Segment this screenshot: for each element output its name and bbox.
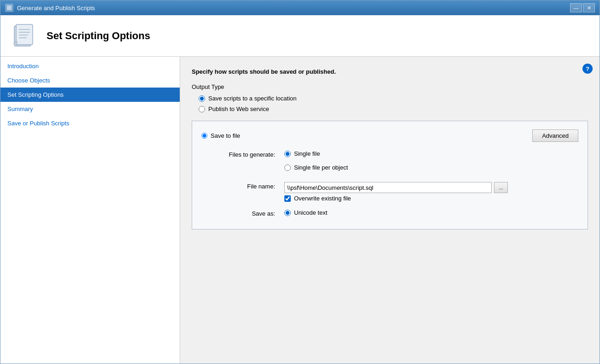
svg-rect-2 xyxy=(16,24,33,45)
sidebar-item-introduction[interactable]: Introduction xyxy=(0,59,180,73)
sidebar-item-summary[interactable]: Summary xyxy=(0,102,180,116)
radio-single-per-object-label: Single file per object xyxy=(294,164,348,171)
help-icon[interactable]: ? xyxy=(582,64,593,74)
main-window: Generate and Publish Scripts — ✕ Set Scr… xyxy=(0,0,600,364)
file-name-input[interactable] xyxy=(284,182,492,193)
advanced-button[interactable]: Advanced xyxy=(532,129,578,142)
files-options: Single file Single file per object xyxy=(284,150,348,175)
sidebar-item-choose-objects[interactable]: Choose Objects xyxy=(0,73,180,88)
radio-single-file-input[interactable] xyxy=(284,151,291,157)
sidebar: Introduction Choose Objects Set Scriptin… xyxy=(0,57,180,364)
browse-button[interactable]: ... xyxy=(494,182,508,193)
radio-single-file-label: Single file xyxy=(294,150,320,157)
radio-save-input[interactable] xyxy=(199,95,205,102)
file-name-input-group: ... Overwrite existing file xyxy=(284,182,508,202)
window-controls: — ✕ xyxy=(570,3,595,12)
close-button[interactable]: ✕ xyxy=(583,3,595,12)
sidebar-item-set-scripting-options[interactable]: Set Scripting Options xyxy=(0,88,180,102)
output-type-label: Output Type xyxy=(192,83,588,90)
header-area: Set Scripting Options xyxy=(0,15,600,57)
files-to-generate-row: Files to generate: Single file Single fi… xyxy=(201,150,578,175)
radio-save-label: Save scripts to a specific location xyxy=(208,95,296,102)
overwrite-checkbox-row[interactable]: Overwrite existing file xyxy=(284,195,508,202)
main-content: Introduction Choose Objects Set Scriptin… xyxy=(0,57,600,364)
header-icon xyxy=(10,22,37,50)
svg-rect-0 xyxy=(7,6,12,10)
radio-single-per-object-input[interactable] xyxy=(284,164,291,171)
file-name-row: File name: ... Overwrite existing file xyxy=(201,182,578,202)
radio-unicode-input[interactable] xyxy=(284,210,291,216)
window-title: Generate and Publish Scripts xyxy=(17,5,95,12)
title-bar: Generate and Publish Scripts — ✕ xyxy=(0,0,600,15)
minimize-button[interactable]: — xyxy=(570,3,582,12)
overwrite-label: Overwrite existing file xyxy=(294,195,351,202)
save-to-file-label: Save to file xyxy=(211,132,240,139)
instruction-text: Specify how scripts should be saved or p… xyxy=(192,68,588,75)
radio-unicode-label: Unicode text xyxy=(294,209,327,216)
save-to-file-input[interactable] xyxy=(201,133,207,139)
radio-unicode[interactable]: Unicode text xyxy=(284,209,327,216)
save-to-file-header: Save to file Advanced xyxy=(201,129,578,142)
radio-single-file[interactable]: Single file xyxy=(284,150,348,157)
file-name-input-row: ... xyxy=(284,182,508,193)
title-bar-left: Generate and Publish Scripts xyxy=(5,4,95,12)
save-as-label: Save as: xyxy=(201,209,275,217)
files-to-generate-label: Files to generate: xyxy=(201,150,275,158)
save-as-row: Save as: Unicode text xyxy=(201,209,578,220)
radio-publish-label: Publish to Web service xyxy=(208,106,269,112)
save-to-file-box: Save to file Advanced Files to generate:… xyxy=(192,121,588,229)
page-title: Set Scripting Options xyxy=(47,30,150,42)
radio-single-per-object[interactable]: Single file per object xyxy=(284,164,348,171)
overwrite-checkbox[interactable] xyxy=(284,195,291,202)
app-icon xyxy=(5,4,13,12)
save-to-file-radio[interactable]: Save to file xyxy=(201,132,240,139)
radio-publish-input[interactable] xyxy=(199,106,205,112)
radio-publish[interactable]: Publish to Web service xyxy=(199,106,588,112)
sidebar-item-save-or-publish[interactable]: Save or Publish Scripts xyxy=(0,116,180,130)
radio-save-scripts[interactable]: Save scripts to a specific location xyxy=(199,95,588,102)
file-name-label: File name: xyxy=(201,182,275,190)
content-area: ? Specify how scripts should be saved or… xyxy=(180,57,600,364)
